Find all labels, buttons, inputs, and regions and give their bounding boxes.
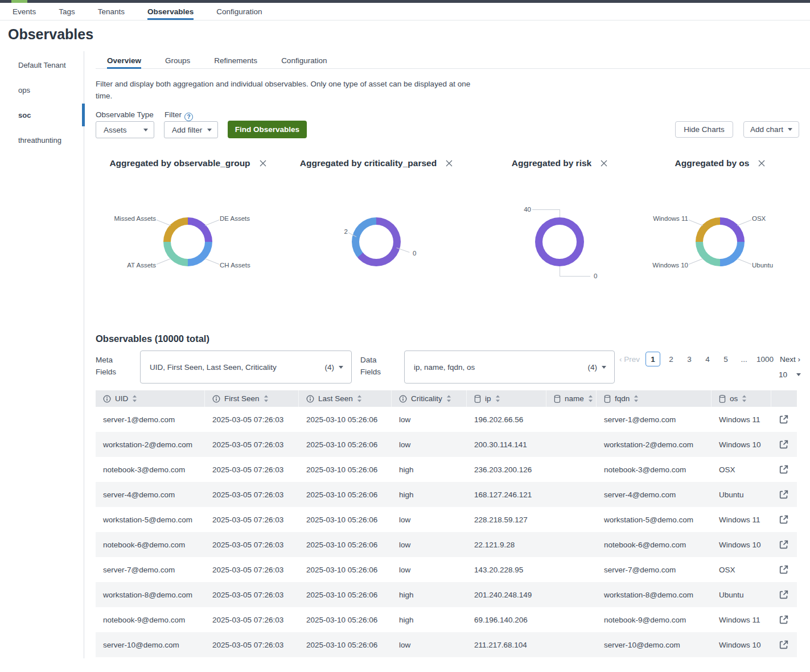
cell-os: Windows 11	[712, 607, 771, 632]
open-observable-button[interactable]	[771, 557, 797, 582]
cell-uid: server-4@demo.com	[96, 482, 205, 507]
chevron-down-icon	[602, 366, 606, 369]
sidebar-item-threathunting[interactable]: threathunting	[0, 127, 84, 152]
cell-name	[546, 507, 597, 532]
sort-icon[interactable]	[132, 395, 137, 402]
sidebar-item-soc[interactable]: soc	[0, 102, 84, 127]
sort-icon[interactable]	[742, 395, 747, 402]
database-icon	[719, 395, 726, 403]
open-observable-button[interactable]	[771, 507, 797, 532]
sort-icon[interactable]	[357, 395, 362, 402]
open-observable-button[interactable]	[771, 632, 797, 657]
external-link-icon	[779, 514, 789, 525]
pagination-page-3[interactable]: 3	[682, 352, 697, 366]
tab-overview[interactable]: Overview	[107, 53, 141, 68]
cell-uid: notebook-6@demo.com	[96, 532, 205, 557]
cell-last_seen: 2025-03-10 05:26:06	[299, 607, 392, 632]
page-size-select[interactable]: 10	[779, 370, 801, 379]
cell-criticality: high	[392, 482, 467, 507]
column-header-fqdn[interactable]: fqdn	[597, 390, 712, 407]
sort-icon[interactable]	[588, 395, 593, 402]
column-label: Criticality	[411, 394, 442, 403]
table-body: server-1@demo.com2025-03-05 07:26:032025…	[96, 407, 797, 657]
external-link-icon	[779, 464, 789, 475]
sidebar-item-default-tenant[interactable]: Default Tenant	[0, 52, 84, 77]
donut-chart-risk[interactable]	[535, 217, 584, 266]
chart-label: 40	[524, 205, 531, 213]
cell-name	[546, 532, 597, 557]
cell-criticality: low	[392, 557, 467, 582]
filter-label: Filter?	[165, 110, 193, 121]
nav-item-observables[interactable]: Observables	[147, 3, 194, 20]
sort-icon[interactable]	[634, 395, 639, 402]
cell-fqdn: workstation-5@demo.com	[597, 507, 712, 532]
find-observables-button[interactable]: Find Observables	[228, 121, 307, 138]
close-icon[interactable]	[601, 160, 607, 167]
cell-first_seen: 2025-03-05 07:26:03	[205, 607, 299, 632]
open-observable-button[interactable]	[771, 482, 797, 507]
meta-fields-select[interactable]: UID, First Seen, Last Seen, Criticality …	[140, 351, 352, 384]
chart-label: Missed Assets	[114, 215, 157, 222]
column-header-uid[interactable]: UID	[96, 390, 205, 407]
page-title: Observables	[8, 26, 93, 43]
table-row: server-4@demo.com2025-03-05 07:26:032025…	[96, 482, 797, 507]
tab-configuration[interactable]: Configuration	[281, 53, 327, 68]
pagination-page-1[interactable]: 1	[645, 352, 660, 366]
add-filter-dropdown[interactable]: Add filter	[164, 121, 218, 138]
cell-first_seen: 2025-03-05 07:26:03	[205, 582, 299, 607]
chart-label: AT Assets	[127, 261, 156, 269]
data-fields-select[interactable]: ip, name, fqdn, os (4)	[404, 351, 615, 384]
nav-item-configuration[interactable]: Configuration	[216, 3, 262, 20]
nav-item-events[interactable]: Events	[13, 3, 36, 20]
pagination-page-5[interactable]: 5	[718, 352, 733, 366]
tab-groups[interactable]: Groups	[165, 53, 190, 68]
chart-label: DE Assets	[220, 215, 250, 222]
sidebar-item-ops[interactable]: ops	[0, 77, 84, 102]
close-icon[interactable]	[260, 160, 266, 167]
open-observable-button[interactable]	[771, 432, 797, 457]
column-header-ip[interactable]: ip	[467, 390, 546, 407]
column-header-os[interactable]: os	[712, 390, 771, 407]
open-observable-button[interactable]	[771, 457, 797, 482]
cell-uid: server-7@demo.com	[96, 557, 205, 582]
cell-ip: 143.20.228.95	[467, 557, 546, 582]
open-observable-button[interactable]	[771, 607, 797, 632]
table-row: workstation-2@demo.com2025-03-05 07:26:0…	[96, 432, 797, 457]
pagination-page-4[interactable]: 4	[700, 352, 715, 366]
column-header-last_seen[interactable]: Last Seen	[299, 390, 392, 407]
cell-os: OSX	[712, 557, 771, 582]
tab-refinements[interactable]: Refinements	[214, 53, 257, 68]
pagination-page-2[interactable]: 2	[664, 352, 679, 366]
sort-icon[interactable]	[446, 395, 451, 402]
cell-criticality: low	[392, 407, 467, 432]
open-observable-button[interactable]	[771, 532, 797, 557]
observable-type-select[interactable]: Assets	[96, 121, 154, 138]
chart-label: Ubuntu	[752, 261, 773, 269]
hide-charts-button[interactable]: Hide Charts	[675, 121, 733, 138]
external-link-icon	[779, 589, 789, 600]
cell-name	[546, 557, 597, 582]
pagination-page-1000[interactable]: 1000	[755, 352, 775, 366]
sort-icon[interactable]	[495, 395, 500, 402]
open-observable-button[interactable]	[771, 407, 797, 432]
donut-chart-criticality-parsed[interactable]	[352, 217, 401, 266]
column-header-first_seen[interactable]: First Seen	[205, 390, 299, 407]
chart-title: Aggregated by criticality_parsed	[300, 158, 437, 168]
nav-item-tenants[interactable]: Tenants	[98, 3, 125, 20]
open-observable-button[interactable]	[771, 582, 797, 607]
cell-criticality: high	[392, 582, 467, 607]
chart-title: Aggregated by risk	[512, 158, 591, 168]
add-chart-dropdown[interactable]: Add chart	[743, 121, 799, 138]
sort-icon[interactable]	[264, 395, 269, 402]
top-nav: Events Tags Tenants Observables Configur…	[0, 3, 810, 20]
close-icon[interactable]	[446, 160, 453, 167]
pagination-prev[interactable]: ‹ Prev	[619, 355, 640, 364]
pagination-next[interactable]: Next ›	[780, 355, 800, 364]
column-header-criticality[interactable]: Criticality	[392, 390, 467, 407]
help-icon[interactable]: ?	[184, 113, 193, 121]
column-header-name[interactable]: name	[546, 390, 597, 407]
cell-last_seen: 2025-03-10 05:26:06	[299, 432, 392, 457]
info-icon	[399, 395, 407, 403]
close-icon[interactable]	[758, 160, 765, 167]
nav-item-tags[interactable]: Tags	[59, 3, 75, 20]
